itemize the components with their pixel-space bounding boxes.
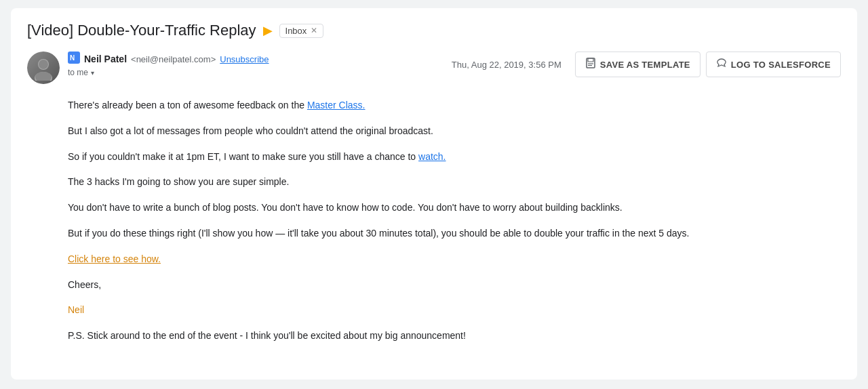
- inbox-badge[interactable]: Inbox ✕: [279, 24, 324, 38]
- to-me-dropdown[interactable]: to me ▾: [68, 68, 269, 77]
- email-body: There's already been a ton of awesome fe…: [27, 98, 841, 344]
- sender-email: <neil@neilpatel.com>: [131, 54, 216, 64]
- watch-link[interactable]: watch.: [418, 151, 446, 162]
- master-class-link[interactable]: Master Class.: [307, 100, 366, 110]
- neil-signature: Neil: [68, 304, 84, 315]
- log-salesforce-label: LOG TO SALESFORCE: [731, 60, 831, 70]
- chevron-down-icon: ▾: [91, 69, 94, 77]
- log-to-salesforce-button[interactable]: LOG TO SALESFORCE: [706, 52, 841, 77]
- body-p2: But I also got a lot of messages from pe…: [68, 123, 841, 140]
- to-me-label: to me: [68, 68, 88, 77]
- email-container: [Video] Double-Your-Traffic Replay ▶ Inb…: [11, 8, 857, 380]
- sender-info: N Neil Patel <neil@neilpatel.com> Unsubs…: [27, 52, 269, 84]
- email-date: Thu, Aug 22, 2019, 3:56 PM: [452, 60, 561, 70]
- save-template-label: SAVE AS TEMPLATE: [600, 60, 690, 70]
- sender-details: N Neil Patel <neil@neilpatel.com> Unsubs…: [68, 52, 269, 77]
- subject-row: [Video] Double-Your-Traffic Replay ▶ Inb…: [27, 22, 841, 39]
- body-p7: Click here to see how.: [68, 251, 841, 268]
- sender-name: Neil Patel: [84, 54, 127, 64]
- body-p10: P.S. Stick around to the end of the even…: [68, 328, 841, 344]
- email-actions: Thu, Aug 22, 2019, 3:56 PM SAVE AS TEMPL…: [452, 52, 841, 77]
- body-p6: But if you do these things right (I'll s…: [68, 226, 841, 242]
- email-subject: [Video] Double-Your-Traffic Replay: [27, 22, 256, 39]
- svg-point-3: [35, 72, 52, 81]
- crm-icon: N: [68, 52, 80, 66]
- salesforce-icon: [716, 58, 727, 71]
- body-p5: You don't have to write a bunch of blog …: [68, 200, 841, 216]
- body-p3: So if you couldn't make it at 1pm ET, I …: [68, 149, 841, 165]
- avatar-image: [27, 52, 60, 84]
- body-p1: There's already been a ton of awesome fe…: [68, 98, 841, 114]
- body-p8: Cheers,: [68, 277, 841, 293]
- avatar: [27, 52, 60, 84]
- unsubscribe-link[interactable]: Unsubscribe: [220, 54, 269, 64]
- email-meta-row: N Neil Patel <neil@neilpatel.com> Unsubs…: [27, 52, 841, 84]
- body-p9: Neil: [68, 302, 841, 319]
- save-as-template-button[interactable]: SAVE AS TEMPLATE: [575, 52, 701, 77]
- sender-name-row: N Neil Patel <neil@neilpatel.com> Unsubs…: [68, 52, 269, 66]
- save-template-icon: [585, 58, 596, 71]
- click-here-link[interactable]: Click here to see how.: [68, 253, 161, 264]
- svg-text:N: N: [70, 54, 75, 62]
- forward-icon: ▶: [263, 23, 273, 38]
- svg-point-2: [39, 60, 48, 69]
- inbox-close-icon[interactable]: ✕: [311, 26, 317, 35]
- body-p4: The 3 hacks I'm going to show you are su…: [68, 174, 841, 190]
- inbox-label: Inbox: [285, 26, 307, 36]
